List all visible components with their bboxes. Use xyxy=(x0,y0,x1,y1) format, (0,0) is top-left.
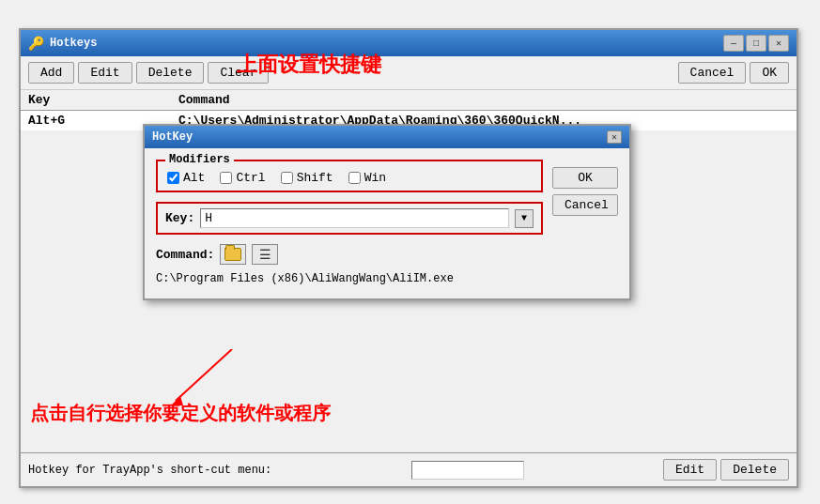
col-key-header: Key xyxy=(28,93,178,107)
shift-label: Shift xyxy=(297,171,333,185)
ok-button[interactable]: OK xyxy=(750,62,789,84)
ctrl-label: Ctrl xyxy=(236,171,265,185)
window-title: Hotkeys xyxy=(50,37,97,50)
minimize-button[interactable]: — xyxy=(723,35,744,52)
window-icon: 🔑 xyxy=(28,36,44,52)
alt-label: Alt xyxy=(183,171,205,185)
svg-marker-1 xyxy=(171,396,183,405)
toolbar-right: Cancel OK xyxy=(678,62,789,84)
command-list-button[interactable]: ☰ xyxy=(252,244,278,265)
dialog-right: OK Cancel xyxy=(552,160,618,287)
dialog-title-bar: HotKey ✕ xyxy=(145,126,629,148)
list-icon: ☰ xyxy=(259,247,271,263)
command-label: Command: xyxy=(156,248,214,262)
alt-checkbox[interactable] xyxy=(167,172,179,184)
dialog-title: HotKey xyxy=(152,130,193,144)
modifiers-legend: Modifiers xyxy=(165,153,234,166)
shift-checkbox[interactable] xyxy=(281,172,293,184)
title-bar-left: 🔑 Hotkeys xyxy=(28,36,97,52)
toolbar-left: Add Edit Delete Clear xyxy=(28,62,269,84)
hotkey-shortcut-input[interactable] xyxy=(411,461,524,480)
main-window: 🔑 Hotkeys — □ ✕ Add Edit Delete Clear Ca… xyxy=(19,28,798,488)
key-label: Key: xyxy=(165,211,194,225)
key-dropdown[interactable]: ▼ xyxy=(515,209,534,228)
dialog-close-button[interactable]: ✕ xyxy=(607,130,622,144)
maximize-button[interactable]: □ xyxy=(746,35,766,52)
dialog-left: Modifiers Alt Ctrl Shift xyxy=(156,160,543,287)
status-edit-button[interactable]: Edit xyxy=(663,459,717,481)
delete-button[interactable]: Delete xyxy=(136,62,205,84)
toolbar: Add Edit Delete Clear Cancel OK xyxy=(21,56,797,90)
annotation-top: 上面设置快捷键 xyxy=(237,51,381,79)
cancel-button[interactable]: Cancel xyxy=(678,62,747,84)
close-button[interactable]: ✕ xyxy=(768,35,789,52)
dialog-ok-button[interactable]: OK xyxy=(552,167,618,189)
svg-line-0 xyxy=(176,349,232,401)
modifiers-row: Alt Ctrl Shift Win xyxy=(167,167,532,185)
status-bar: Hotkey for TrayApp's short-cut menu: Edi… xyxy=(21,452,797,486)
shift-checkbox-item[interactable]: Shift xyxy=(281,171,333,185)
ctrl-checkbox-item[interactable]: Ctrl xyxy=(220,171,265,185)
col-command-header: Command xyxy=(178,93,789,107)
win-label: Win xyxy=(364,171,386,185)
key-input[interactable] xyxy=(200,208,509,228)
title-bar: 🔑 Hotkeys — □ ✕ xyxy=(21,30,797,56)
win-checkbox-item[interactable]: Win xyxy=(348,171,386,185)
alt-checkbox-item[interactable]: Alt xyxy=(167,171,205,185)
folder-icon xyxy=(224,248,241,261)
status-buttons: Edit Delete xyxy=(663,459,789,481)
table-header: Key Command xyxy=(21,90,797,111)
status-text: Hotkey for TrayApp's short-cut menu: xyxy=(28,464,271,477)
title-controls: — □ ✕ xyxy=(723,35,789,52)
status-delete-button[interactable]: Delete xyxy=(720,459,789,481)
command-row: Command: ☰ xyxy=(156,244,543,265)
arrow-line xyxy=(166,349,241,405)
edit-button[interactable]: Edit xyxy=(78,62,132,84)
command-path: C:\Program Files (x86)\AliWangWang\AliIM… xyxy=(156,270,543,287)
ctrl-checkbox[interactable] xyxy=(220,172,232,184)
dialog-cancel-button[interactable]: Cancel xyxy=(552,194,618,216)
key-row: Key: ▼ xyxy=(156,202,543,235)
win-checkbox[interactable] xyxy=(348,172,361,184)
modifiers-group: Modifiers Alt Ctrl Shift xyxy=(156,160,543,192)
hotkey-dialog: HotKey ✕ Modifiers Alt Ctrl xyxy=(143,124,631,300)
dialog-content: Modifiers Alt Ctrl Shift xyxy=(145,148,629,298)
add-button[interactable]: Add xyxy=(28,62,74,84)
browse-folder-button[interactable] xyxy=(220,244,246,265)
